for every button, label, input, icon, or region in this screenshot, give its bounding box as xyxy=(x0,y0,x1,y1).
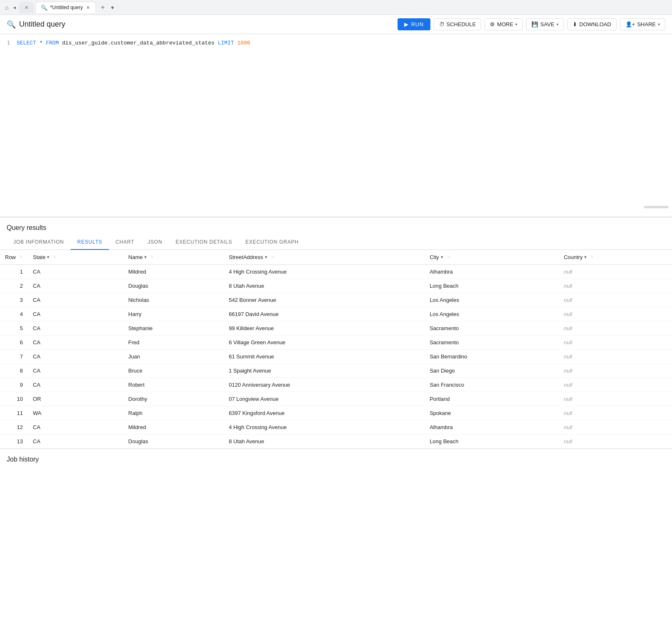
cell-name: Dorothy xyxy=(124,392,224,406)
tab-execution-graph[interactable]: EXECUTION GRAPH xyxy=(239,235,305,250)
col-country-filter-icon[interactable]: ▾ xyxy=(584,254,587,260)
col-state-edit-icon[interactable]: ✎ xyxy=(53,254,57,260)
col-state-label: State xyxy=(33,254,45,260)
cell-city: Alhambra xyxy=(425,420,559,434)
cell-rownum: 13 xyxy=(0,434,28,449)
cell-country: null xyxy=(559,279,672,293)
col-state-filter-icon[interactable]: ▾ xyxy=(47,254,49,260)
cell-street: 8 Utah Avenue xyxy=(224,279,425,293)
cell-country: null xyxy=(559,321,672,336)
save-icon: 💾 xyxy=(531,21,538,27)
editor-line-1: 1 SELECT * FROM dis_user_guide.customer_… xyxy=(0,39,672,47)
cell-name: Harry xyxy=(124,307,224,321)
col-name-filter-icon[interactable]: ▾ xyxy=(144,254,147,260)
table-row: 6 CA Fred 6 Village Green Avenue Sacrame… xyxy=(0,336,672,350)
tab-json[interactable]: JSON xyxy=(141,235,169,250)
tab-close-inactive[interactable]: ✕ xyxy=(19,2,34,13)
tab-execution-details[interactable]: EXECUTION DETAILS xyxy=(169,235,239,250)
cell-street: 1 Spaight Avenue xyxy=(224,364,425,378)
tab-add-button[interactable]: + xyxy=(98,2,108,12)
cell-rownum: 11 xyxy=(0,406,28,420)
cell-state: CA xyxy=(28,420,124,434)
schedule-button[interactable]: ⏱ SCHEDULE xyxy=(434,18,482,30)
col-header-row: Row ✎ xyxy=(0,250,28,265)
cell-country: null xyxy=(559,336,672,350)
tab-query[interactable]: 🔍 *Untitled query ✕ xyxy=(35,2,96,13)
cell-name: Douglas xyxy=(124,279,224,293)
tab-back-icon[interactable]: ◂ xyxy=(12,3,17,12)
cell-city: San Diego xyxy=(425,364,559,378)
cell-state: CA xyxy=(28,279,124,293)
tab-close-icon[interactable]: ✕ xyxy=(85,4,91,11)
table-row: 8 CA Bruce 1 Spaight Avenue San Diego nu… xyxy=(0,364,672,378)
app-toolbar: 🔍 Untitled query ▶ RUN ⏱ SCHEDULE ⚙ MORE… xyxy=(0,15,672,34)
page-title: Untitled query xyxy=(19,20,65,29)
col-country-edit-icon[interactable]: ✎ xyxy=(590,254,594,260)
cell-city: Spokane xyxy=(425,406,559,420)
table-row: 5 CA Stephanie 99 Killdeer Avenue Sacram… xyxy=(0,321,672,336)
close-icon[interactable]: ✕ xyxy=(25,5,28,10)
cell-name: Stephanie xyxy=(124,321,224,336)
share-button[interactable]: 👤+ SHARE ▾ xyxy=(620,18,665,30)
cell-state: CA xyxy=(28,378,124,392)
tab-more-icon[interactable]: ▾ xyxy=(109,2,116,12)
cell-state: CA xyxy=(28,336,124,350)
tab-results[interactable]: RESULTS xyxy=(71,235,109,250)
app-search-icon: 🔍 xyxy=(7,20,16,29)
keyword-select: SELECT xyxy=(17,40,36,46)
table-body: 1 CA Mildred 4 High Crossing Avenue Alha… xyxy=(0,265,672,449)
tab-chart[interactable]: CHART xyxy=(109,235,141,250)
cell-city: Portland xyxy=(425,392,559,406)
cell-city: Los Angeles xyxy=(425,307,559,321)
cell-state: CA xyxy=(28,350,124,364)
cell-rownum: 4 xyxy=(0,307,28,321)
table-row: 9 CA Robert 0120 Anniversary Avenue San … xyxy=(0,378,672,392)
table-row: 7 CA Juan 61 Summit Avenue San Bernardin… xyxy=(0,350,672,364)
cell-street: 4 High Crossing Avenue xyxy=(224,420,425,434)
keyword-limit: LIMIT xyxy=(218,40,234,46)
tab-job-information[interactable]: JOB INFORMATION xyxy=(7,235,71,250)
editor-scrollbar[interactable] xyxy=(644,206,669,208)
download-icon: ⬇ xyxy=(573,21,577,27)
tab-bar: ⌂ ◂ ✕ 🔍 *Untitled query ✕ + ▾ xyxy=(0,0,672,15)
cell-city: Sacramento xyxy=(425,336,559,350)
table-row: 10 OR Dorothy 07 Longview Avenue Portlan… xyxy=(0,392,672,406)
cell-country: null xyxy=(559,392,672,406)
cell-street: 07 Longview Avenue xyxy=(224,392,425,406)
col-name-edit-icon[interactable]: ✎ xyxy=(150,254,154,260)
save-dropdown-arrow: ▾ xyxy=(556,22,558,27)
cell-state: CA xyxy=(28,307,124,321)
col-header-state: State ▾ ✎ xyxy=(28,250,124,265)
col-city-edit-icon[interactable]: ✎ xyxy=(447,254,450,260)
table-row: 11 WA Ralph 6397 Kingsford Avenue Spokan… xyxy=(0,406,672,420)
more-button[interactable]: ⚙ MORE ▾ xyxy=(484,18,523,30)
tab-search-icon: 🔍 xyxy=(41,5,47,11)
table-header-row: Row ✎ State ▾ ✎ Name xyxy=(0,250,672,265)
cell-street: 542 Bonner Avenue xyxy=(224,293,425,307)
col-city-filter-icon[interactable]: ▾ xyxy=(441,254,443,260)
query-editor[interactable]: 1 SELECT * FROM dis_user_guide.customer_… xyxy=(0,34,672,217)
save-button[interactable]: 💾 SAVE ▾ xyxy=(526,18,564,30)
col-street-filter-icon[interactable]: ▾ xyxy=(265,254,267,260)
run-button[interactable]: ▶ RUN xyxy=(398,18,430,30)
table-row: 2 CA Douglas 8 Utah Avenue Long Beach nu… xyxy=(0,279,672,293)
line-number-1: 1 xyxy=(0,40,17,46)
col-row-edit-icon[interactable]: ✎ xyxy=(19,254,23,260)
cell-name: Ralph xyxy=(124,406,224,420)
cell-city: Long Beach xyxy=(425,279,559,293)
col-street-label: StreetAddress xyxy=(229,254,263,260)
title-area: 🔍 Untitled query xyxy=(7,20,393,29)
code-star: * xyxy=(40,40,46,46)
cell-country: null xyxy=(559,293,672,307)
tab-label: *Untitled query xyxy=(50,5,83,10)
cell-street: 0120 Anniversary Avenue xyxy=(224,378,425,392)
toolbar-actions: ▶ RUN ⏱ SCHEDULE ⚙ MORE ▾ 💾 SAVE ▾ ⬇ DOW… xyxy=(398,18,665,30)
col-street-edit-icon[interactable]: ✎ xyxy=(271,254,274,260)
col-header-country: Country ▾ ✎ xyxy=(559,250,672,265)
cell-name: Juan xyxy=(124,350,224,364)
cell-rownum: 6 xyxy=(0,336,28,350)
cell-street: 6397 Kingsford Avenue xyxy=(224,406,425,420)
home-icon[interactable]: ⌂ xyxy=(3,2,10,12)
download-button[interactable]: ⬇ DOWNLOAD xyxy=(567,18,617,30)
col-name-label: Name xyxy=(128,254,143,260)
